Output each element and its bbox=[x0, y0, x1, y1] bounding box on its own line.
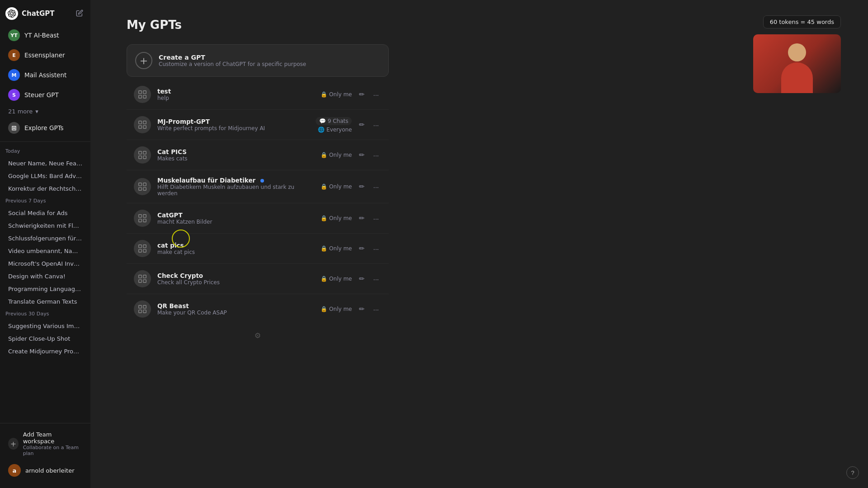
edit-gpt-button[interactable]: ✏ bbox=[356, 89, 368, 100]
sidebar-item-label: Mail Assistent bbox=[24, 71, 66, 79]
add-team-subtitle: Collaborate on a Team plan bbox=[23, 445, 82, 456]
app-logo[interactable]: ChatGPT bbox=[5, 7, 55, 20]
gpt-icon-cat-pics bbox=[134, 146, 151, 164]
help-button[interactable]: ? bbox=[846, 466, 859, 479]
more-options-button[interactable]: ··· bbox=[370, 304, 382, 315]
svg-rect-12 bbox=[139, 183, 142, 186]
user-profile-button[interactable]: a arnold oberleiter bbox=[3, 460, 88, 480]
svg-rect-24 bbox=[139, 275, 142, 278]
gpt-actions: ✏ ··· bbox=[356, 273, 382, 285]
new-chat-button[interactable] bbox=[74, 8, 85, 20]
more-options-button[interactable]: ··· bbox=[370, 273, 382, 285]
gpt-desc: Makes cats bbox=[157, 155, 314, 162]
gpt-divider bbox=[127, 109, 389, 110]
gpt-divider bbox=[127, 203, 389, 203]
history-item[interactable]: Korrektur der Rechtschreibung bbox=[3, 183, 88, 195]
gpt-row-muskelaufbau[interactable]: Muskelaufbau für Diabetiker Hilft Diabet… bbox=[127, 171, 389, 202]
svg-rect-2 bbox=[139, 95, 142, 98]
gpt-row-cat-pics[interactable]: Cat PICS Makes cats 🔒 Only me ✏ ··· bbox=[127, 141, 389, 169]
chat-icon: 💬 bbox=[319, 118, 326, 124]
gpt-info-muskelaufbau: Muskelaufbau für Diabetiker Hilft Diabet… bbox=[157, 177, 314, 197]
gpt-row-cat-pics-2[interactable]: cat pics make cat pics 🔒 Only me ✏ ··· bbox=[127, 235, 389, 263]
history-item[interactable]: Translate German Texts bbox=[3, 296, 88, 308]
gpt-actions: ✏ ··· bbox=[356, 89, 382, 100]
gpt-name: CatGPT bbox=[157, 211, 314, 219]
gpt-icon-mj-prompt bbox=[134, 116, 151, 133]
gpt-meta-muskelaufbau: 🔒 Only me ✏ ··· bbox=[321, 181, 382, 192]
history-item[interactable]: Create Midjourney Prompts OK bbox=[3, 345, 88, 357]
more-options-button[interactable]: ··· bbox=[370, 89, 382, 100]
history-item[interactable]: Video umbenannt, Name finden bbox=[3, 245, 88, 257]
history-item[interactable]: Programming Language Overvie... bbox=[3, 283, 88, 295]
visibility-label: Only me bbox=[329, 152, 352, 158]
history-item[interactable]: Microsoft's OpenAI Investments bbox=[3, 258, 88, 270]
history-item[interactable]: Google LLMs: Bard Advanced bbox=[3, 170, 88, 182]
svg-rect-9 bbox=[143, 151, 146, 154]
add-team-button[interactable]: + Add Team workspace Collaborate on a Te… bbox=[3, 427, 88, 460]
chevron-down-icon: ▾ bbox=[35, 108, 38, 115]
lock-icon: 🔒 bbox=[321, 215, 327, 221]
sidebar-item-steuer-gpt[interactable]: S Steuer GPT bbox=[3, 85, 88, 104]
gpt-icon-check-crypto bbox=[134, 270, 151, 287]
sidebar: ChatGPT YT YT AI-Beast E Essensplaner M … bbox=[0, 0, 90, 488]
svg-rect-22 bbox=[139, 249, 142, 252]
edit-gpt-button[interactable]: ✏ bbox=[356, 119, 368, 131]
history-item[interactable]: Social Media for Ads bbox=[3, 207, 88, 219]
gpt-list: + Create a GPT Customize a version of Ch… bbox=[127, 44, 389, 347]
edit-gpt-button[interactable]: ✏ bbox=[356, 273, 368, 285]
svg-rect-26 bbox=[139, 280, 142, 282]
app-name: ChatGPT bbox=[22, 9, 55, 18]
gpt-name: Check Crypto bbox=[157, 272, 314, 279]
more-options-button[interactable]: ··· bbox=[370, 181, 382, 192]
show-more-button[interactable]: 21 more ▾ bbox=[3, 105, 88, 117]
sidebar-item-yt-ai-beast[interactable]: YT YT AI-Beast bbox=[3, 26, 88, 45]
svg-rect-8 bbox=[139, 151, 142, 154]
edit-gpt-button[interactable]: ✏ bbox=[356, 243, 368, 254]
token-badge: 60 tokens = 45 words bbox=[763, 15, 841, 28]
gpt-visibility: 🔒 Only me bbox=[321, 276, 352, 282]
history-item[interactable]: Suggesting Various Image Ideas bbox=[3, 320, 88, 332]
gpt-row-test[interactable]: test help 🔒 Only me ✏ ··· bbox=[127, 80, 389, 108]
history-item[interactable]: Spider Close-Up Shot bbox=[3, 333, 88, 345]
more-options-button[interactable]: ··· bbox=[370, 213, 382, 224]
gpt-name: Muskelaufbau für Diabetiker bbox=[157, 177, 314, 184]
more-options-button[interactable]: ··· bbox=[370, 243, 382, 254]
history-item[interactable]: Design with Canva! bbox=[3, 270, 88, 282]
svg-rect-5 bbox=[143, 121, 146, 124]
gpt-row-qr-beast[interactable]: QR Beast Make your QR Code ASAP 🔒 Only m… bbox=[127, 295, 389, 323]
avatar-yt-ai-beast: YT bbox=[8, 29, 20, 41]
edit-gpt-button[interactable]: ✏ bbox=[356, 212, 368, 224]
gpt-actions: ✏ ··· bbox=[356, 119, 382, 131]
gpt-visibility: 🔒 Only me bbox=[321, 91, 352, 98]
explore-gpts-button[interactable]: ⊞ Explore GPTs bbox=[3, 118, 88, 137]
more-options-button[interactable]: ··· bbox=[370, 119, 382, 131]
create-plus-icon: + bbox=[135, 52, 152, 69]
svg-rect-17 bbox=[143, 215, 146, 217]
globe-icon: 🌐 bbox=[318, 127, 325, 133]
gpt-visibility: 🔒 Only me bbox=[321, 183, 352, 190]
gpt-row-mj-prompt[interactable]: MJ-Prompt-GPT Write perfect prompts for … bbox=[127, 111, 389, 139]
gpt-row-catgpt[interactable]: CatGPT macht Katzen Bilder 🔒 Only me ✏ ·… bbox=[127, 204, 389, 232]
gpt-icon-muskelaufbau bbox=[134, 178, 151, 195]
sidebar-item-mail-assistent[interactable]: M Mail Assistent bbox=[3, 66, 88, 84]
sidebar-history[interactable]: Today Neuer Name, Neue Features Google L… bbox=[0, 145, 90, 423]
lock-icon: 🔒 bbox=[321, 152, 327, 158]
svg-rect-0 bbox=[139, 91, 142, 94]
lock-icon: 🔒 bbox=[321, 91, 327, 98]
gpt-info-cat-pics-2: cat pics make cat pics bbox=[157, 242, 314, 255]
visibility-label: Only me bbox=[329, 306, 352, 312]
history-item[interactable]: Neuer Name, Neue Features bbox=[3, 157, 88, 169]
create-gpt-button[interactable]: + Create a GPT Customize a version of Ch… bbox=[127, 44, 389, 77]
more-options-button[interactable]: ··· bbox=[370, 150, 382, 161]
lock-icon: 🔒 bbox=[321, 276, 327, 282]
section-previous-7: Previous 7 Days bbox=[0, 195, 90, 206]
sidebar-item-essensplaner[interactable]: E Essensplaner bbox=[3, 46, 88, 65]
edit-gpt-button[interactable]: ✏ bbox=[356, 303, 368, 315]
gpt-actions: ✏ ··· bbox=[356, 303, 382, 315]
history-item[interactable]: Schwierigkeiten mit Flowise star... bbox=[3, 220, 88, 232]
edit-gpt-button[interactable]: ✏ bbox=[356, 181, 368, 192]
history-item[interactable]: Schlussfolgerungen für "conclus... bbox=[3, 232, 88, 244]
gpt-info-catgpt: CatGPT macht Katzen Bilder bbox=[157, 211, 314, 225]
edit-gpt-button[interactable]: ✏ bbox=[356, 149, 368, 161]
gpt-row-check-crypto[interactable]: Check Crypto Check all Crypto Prices 🔒 O… bbox=[127, 265, 389, 293]
